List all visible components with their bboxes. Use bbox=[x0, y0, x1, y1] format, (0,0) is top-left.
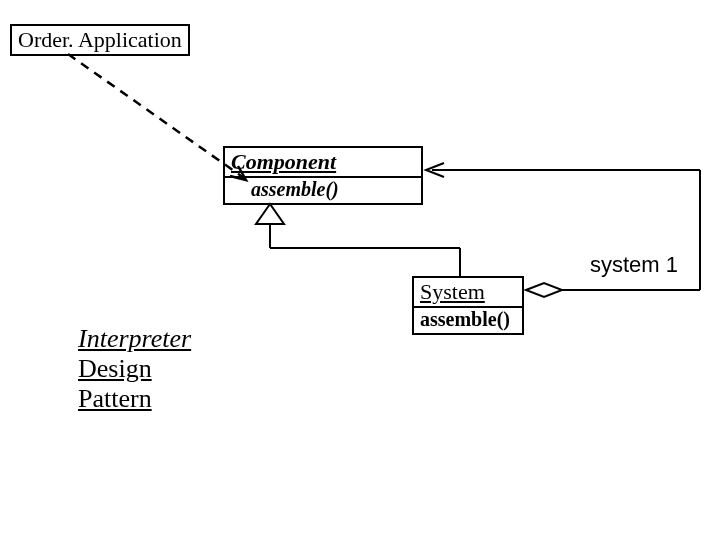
class-component-method: assemble() bbox=[225, 178, 421, 203]
class-system: System assemble() bbox=[412, 276, 524, 335]
class-order-application-name: Order. Application bbox=[12, 26, 188, 54]
class-system-name: System bbox=[414, 278, 522, 306]
svg-line-0 bbox=[68, 54, 244, 178]
pattern-line1: Interpreter bbox=[78, 324, 191, 354]
svg-marker-5 bbox=[526, 283, 562, 297]
class-order-application: Order. Application bbox=[10, 24, 190, 56]
role-label-system1: system 1 bbox=[590, 252, 678, 278]
class-component: Component assemble() bbox=[223, 146, 423, 205]
pattern-name-label: Interpreter Design Pattern bbox=[78, 324, 191, 414]
class-component-name: Component bbox=[225, 148, 421, 176]
pattern-line2: Design bbox=[78, 354, 191, 384]
dependency-orderapp-to-component bbox=[68, 54, 246, 180]
generalization-system-to-component bbox=[256, 204, 460, 276]
class-system-method: assemble() bbox=[414, 308, 522, 333]
pattern-line3: Pattern bbox=[78, 384, 191, 414]
svg-marker-1 bbox=[256, 204, 284, 224]
